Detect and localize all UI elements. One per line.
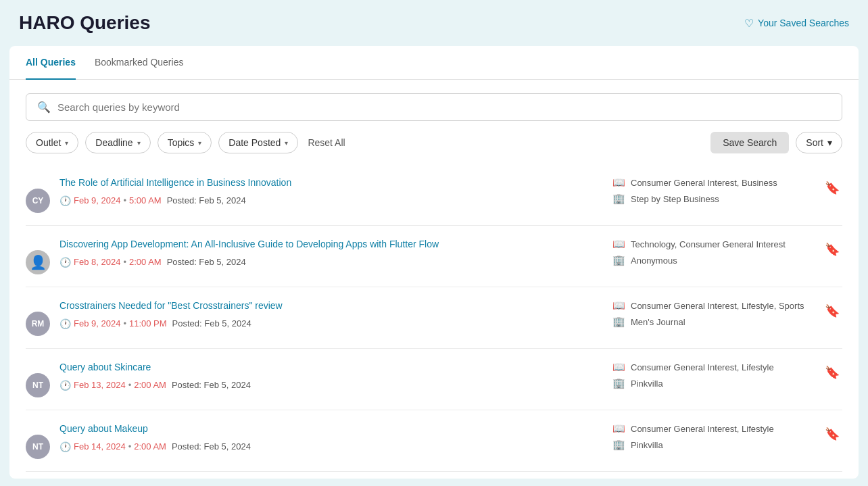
categories-text: Technology, Consumer General Interest [631, 239, 786, 249]
categories-text: Consumer General Interest, Business [631, 178, 777, 188]
book-icon: 📖 [612, 238, 625, 250]
query-left: 👤 Discovering App Development: An All-In… [26, 238, 602, 274]
building-icon: 🏢 [612, 193, 625, 205]
outlet-text: Pinkvilla [631, 440, 663, 450]
outlet-text: Pinkvilla [631, 379, 663, 389]
categories-text: Consumer General Interest, Lifestyle [631, 424, 774, 434]
date-posted-filter[interactable]: Date Posted ▾ [218, 132, 298, 153]
posted-date: Posted: Feb 5, 2024 [167, 195, 246, 205]
deadline-badge: 🕐 Feb 9, 2024 • 11:00 PM [59, 318, 167, 329]
deadline-badge: 🕐 Feb 8, 2024 • 2:00 AM [59, 257, 162, 268]
filters-bar: Outlet ▾ Deadline ▾ Topics ▾ Date Posted… [9, 132, 859, 164]
deadline-time: 5:00 AM [129, 195, 162, 205]
outlet-text: Anonymous [631, 256, 677, 266]
query-left: NT Query about Makeup 🕐 Feb 14, 2024 • 2… [26, 422, 602, 459]
query-left: RM Crosstrainers Needed for "Best Crosst… [26, 299, 602, 336]
chevron-down-icon: ▾ [827, 137, 832, 148]
chevron-down-icon: ▾ [137, 139, 141, 147]
categories-row: 📖 Consumer General Interest, Lifestyle [612, 361, 814, 373]
query-right: 📖 Consumer General Interest, Lifestyle, … [612, 299, 842, 332]
query-left: CY The Role of Artificial Intelligence i… [26, 176, 602, 213]
deadline-date: Feb 13, 2024 [74, 380, 126, 390]
avatar: 👤 [26, 250, 50, 274]
query-tags: 📖 Consumer General Interest, Business 🏢 … [612, 176, 814, 209]
query-title[interactable]: The Role of Artificial Intelligence in B… [59, 176, 602, 190]
clock-icon: 🕐 [59, 195, 71, 206]
reset-all-button[interactable]: Reset All [305, 132, 347, 153]
outlet-filter[interactable]: Outlet ▾ [26, 132, 78, 153]
deadline-badge: 🕐 Feb 14, 2024 • 2:00 AM [59, 441, 166, 452]
book-icon: 📖 [612, 422, 625, 435]
query-list: CY The Role of Artificial Intelligence i… [9, 164, 859, 472]
query-right: 📖 Consumer General Interest, Lifestyle 🏢… [612, 361, 842, 393]
query-content: The Role of Artificial Intelligence in B… [59, 176, 602, 206]
header: HARO Queries ♡ Your Saved Searches [0, 0, 868, 46]
query-tags: 📖 Consumer General Interest, Lifestyle, … [612, 299, 814, 332]
search-bar: 🔍 [26, 93, 842, 121]
deadline-time: 2:00 AM [134, 441, 166, 452]
categories-row: 📖 Consumer General Interest, Lifestyle, … [612, 299, 814, 312]
sort-button[interactable]: Sort ▾ [796, 132, 842, 153]
outlet-text: Step by Step Business [631, 194, 719, 204]
query-item: NT Query about Skincare 🕐 Feb 13, 2024 •… [26, 349, 842, 410]
search-icon: 🔍 [37, 101, 51, 114]
outlet-row: 🏢 Pinkvilla [612, 439, 814, 451]
query-content: Query about Skincare 🕐 Feb 13, 2024 • 2:… [59, 361, 602, 391]
query-item: NT Query about Makeup 🕐 Feb 14, 2024 • 2… [26, 410, 842, 472]
book-icon: 📖 [612, 361, 625, 373]
query-meta: 🕐 Feb 14, 2024 • 2:00 AM Posted: Feb 5, … [59, 441, 602, 452]
outlet-row: 🏢 Anonymous [612, 254, 814, 266]
tab-all-queries[interactable]: All Queries [26, 46, 76, 80]
posted-date: Posted: Feb 5, 2024 [172, 441, 251, 452]
topics-filter[interactable]: Topics ▾ [158, 132, 212, 153]
deadline-badge: 🕐 Feb 13, 2024 • 2:00 AM [59, 380, 166, 391]
book-icon: 📖 [612, 299, 625, 312]
query-meta: 🕐 Feb 9, 2024 • 11:00 PM Posted: Feb 5, … [59, 318, 602, 329]
avatar: CY [26, 189, 50, 213]
bookmark-button[interactable]: 🔖 [822, 424, 842, 444]
page-title: HARO Queries [19, 12, 151, 34]
query-item: RM Crosstrainers Needed for "Best Crosst… [26, 287, 842, 349]
building-icon: 🏢 [612, 439, 625, 451]
categories-row: 📖 Technology, Consumer General Interest [612, 238, 814, 250]
query-item: 👤 Discovering App Development: An All-In… [26, 226, 842, 287]
avatar: RM [26, 312, 50, 336]
posted-date: Posted: Feb 5, 2024 [172, 380, 251, 390]
outlet-text: Men's Journal [631, 317, 685, 327]
query-right: 📖 Consumer General Interest, Lifestyle 🏢… [612, 422, 842, 455]
clock-icon: 🕐 [59, 441, 71, 452]
query-meta: 🕐 Feb 8, 2024 • 2:00 AM Posted: Feb 5, 2… [59, 257, 602, 268]
tab-bookmarked-queries[interactable]: Bookmarked Queries [95, 46, 184, 80]
search-input[interactable] [57, 101, 831, 113]
categories-row: 📖 Consumer General Interest, Business [612, 176, 814, 189]
clock-icon: 🕐 [59, 380, 71, 391]
avatar: NT [26, 435, 50, 459]
bookmark-button[interactable]: 🔖 [822, 239, 842, 260]
query-tags: 📖 Consumer General Interest, Lifestyle 🏢… [612, 361, 814, 393]
deadline-filter[interactable]: Deadline ▾ [85, 132, 150, 153]
query-content: Query about Makeup 🕐 Feb 14, 2024 • 2:00… [59, 422, 602, 452]
posted-date: Posted: Feb 5, 2024 [172, 318, 251, 329]
query-right: 📖 Consumer General Interest, Business 🏢 … [612, 176, 842, 209]
bookmark-button[interactable]: 🔖 [822, 301, 842, 321]
heart-icon: ♡ [744, 17, 754, 30]
query-title[interactable]: Discovering App Development: An All-Incl… [59, 238, 602, 251]
building-icon: 🏢 [612, 377, 625, 389]
query-title[interactable]: Query about Makeup [59, 422, 602, 436]
deadline-time: 2:00 AM [129, 257, 162, 267]
saved-searches-link[interactable]: ♡ Your Saved Searches [744, 17, 849, 30]
bookmark-button[interactable]: 🔖 [822, 178, 842, 198]
outlet-row: 🏢 Step by Step Business [612, 193, 814, 205]
save-search-button[interactable]: Save Search [710, 132, 789, 153]
deadline-badge: 🕐 Feb 9, 2024 • 5:00 AM [59, 195, 162, 206]
query-tags: 📖 Technology, Consumer General Interest … [612, 238, 814, 270]
posted-date: Posted: Feb 5, 2024 [167, 257, 246, 267]
query-meta: 🕐 Feb 13, 2024 • 2:00 AM Posted: Feb 5, … [59, 380, 602, 391]
query-title[interactable]: Crosstrainers Needed for "Best Crosstrai… [59, 299, 602, 313]
query-title[interactable]: Query about Skincare [59, 361, 602, 374]
outlet-row: 🏢 Men's Journal [612, 316, 814, 328]
query-content: Discovering App Development: An All-Incl… [59, 238, 602, 268]
avatar: NT [26, 373, 50, 397]
chevron-down-icon: ▾ [285, 139, 288, 147]
bookmark-button[interactable]: 🔖 [822, 362, 842, 383]
